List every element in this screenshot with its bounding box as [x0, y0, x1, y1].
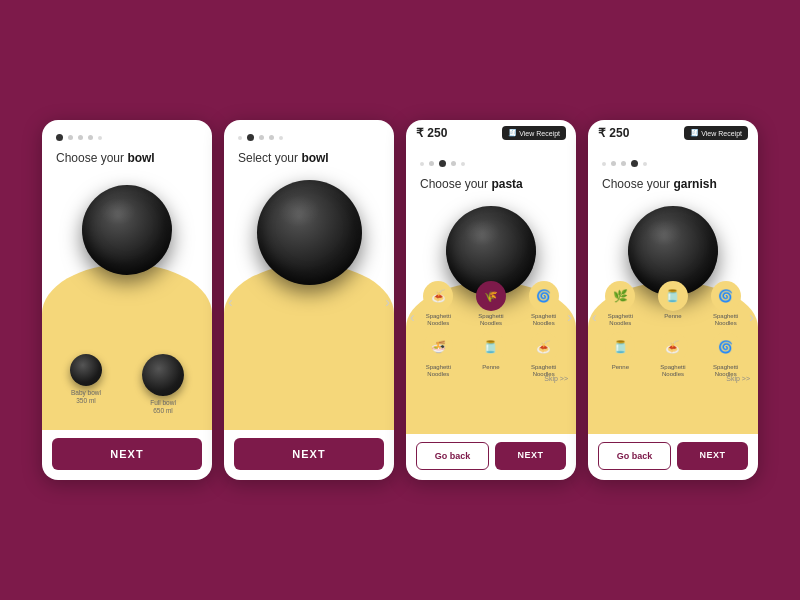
- bowl-circle-1: [82, 185, 172, 275]
- pasta-icon-3: 🌀: [529, 281, 559, 311]
- go-back-button-3[interactable]: Go back: [416, 442, 489, 470]
- screen-4: ₹ 250 🧾 View Receipt Choose your garnish…: [588, 120, 758, 480]
- garnish-label-3: SpaghettiNoodles: [713, 313, 738, 327]
- view-receipt-btn-4[interactable]: 🧾 View Receipt: [684, 126, 748, 140]
- full-bowl-label: Full bowl650 ml: [150, 399, 176, 415]
- garnish-icon-6: 🌀: [711, 332, 741, 362]
- garnish-item-2[interactable]: 🫙 Penne: [654, 281, 692, 327]
- pasta-label-3: SpaghettiNoodles: [531, 313, 556, 327]
- bowl-circle-2: [257, 180, 362, 285]
- garnish-item-4[interactable]: 🫙 Penne: [601, 332, 639, 378]
- garnish-row-2: 🫙 Penne 🍝 SpaghettiNoodles 🌀 SpaghettiNo…: [594, 332, 752, 378]
- pasta-row-2: 🍜 SpaghettiNoodles 🫙 Penne 🍝 SpaghettiNo…: [412, 332, 570, 378]
- pasta-icon-6: 🍝: [529, 332, 559, 362]
- button-row-3: Go back NEXT: [416, 442, 566, 470]
- bowl-area-4: ‹ › 🌿 SpaghettiNoodles 🫙 Penne 🌀 Spaghet: [588, 201, 758, 434]
- dot-5: [279, 136, 283, 140]
- pasta-grid-3: 🍝 SpaghettiNoodles 🌾 SpaghettiNoodles 🌀 …: [406, 281, 576, 382]
- left-arrow-3[interactable]: ‹: [410, 309, 415, 325]
- garnish-item-6[interactable]: 🌀 SpaghettiNoodles: [707, 332, 745, 378]
- pasta-item-3[interactable]: 🌀 SpaghettiNoodles: [525, 281, 563, 327]
- dot-5: [461, 162, 465, 166]
- garnish-grid-4: 🌿 SpaghettiNoodles 🫙 Penne 🌀 SpaghettiNo…: [588, 281, 758, 382]
- skip-link-4[interactable]: Skip >>: [726, 375, 750, 382]
- full-bowl-icon: [142, 354, 184, 396]
- dot-4: [269, 135, 274, 140]
- dot-5: [98, 136, 102, 140]
- pasta-icon-4: 🍜: [423, 332, 453, 362]
- next-button-2[interactable]: NEXT: [234, 438, 384, 470]
- garnish-label-1: SpaghettiNoodles: [608, 313, 633, 327]
- garnish-item-1[interactable]: 🌿 SpaghettiNoodles: [601, 281, 639, 327]
- button-row-4: Go back NEXT: [598, 442, 748, 470]
- dot-5: [643, 162, 647, 166]
- pasta-item-1[interactable]: 🍝 SpaghettiNoodles: [419, 281, 457, 327]
- garnish-label-5: SpaghettiNoodles: [660, 364, 685, 378]
- dot-1: [420, 162, 424, 166]
- left-arrow-4[interactable]: ‹: [592, 309, 597, 325]
- pasta-label-5: Penne: [482, 364, 499, 371]
- screen-1: Choose your bowl Baby bowl350 ml Full bo…: [42, 120, 212, 480]
- garnish-item-3[interactable]: 🌀 SpaghettiNoodles: [707, 281, 745, 327]
- dot-1: [56, 134, 63, 141]
- dot-2: [68, 135, 73, 140]
- baby-bowl-label: Baby bowl350 ml: [71, 389, 101, 405]
- screen-3-title-bold: pasta: [491, 177, 522, 191]
- go-back-button-4[interactable]: Go back: [598, 442, 671, 470]
- pasta-icon-2: 🌾: [476, 281, 506, 311]
- screen-3-title: Choose your pasta: [406, 173, 576, 201]
- right-arrow-4[interactable]: ›: [749, 309, 754, 325]
- full-bowl-option[interactable]: Full bowl650 ml: [142, 354, 184, 415]
- view-receipt-btn-3[interactable]: 🧾 View Receipt: [502, 126, 566, 140]
- bowl-options-1: Baby bowl350 ml Full bowl650 ml: [42, 354, 212, 415]
- receipt-label-3: View Receipt: [519, 130, 560, 137]
- pasta-label-4: SpaghettiNoodles: [426, 364, 451, 378]
- right-arrow-3[interactable]: ›: [567, 309, 572, 325]
- price-header-3: ₹ 250 🧾 View Receipt: [406, 120, 576, 146]
- garnish-icon-2: 🫙: [658, 281, 688, 311]
- pasta-row-1: 🍝 SpaghettiNoodles 🌾 SpaghettiNoodles 🌀 …: [412, 281, 570, 327]
- screen-2-title-bold: bowl: [301, 151, 328, 165]
- pasta-item-4[interactable]: 🍜 SpaghettiNoodles: [419, 332, 457, 378]
- garnish-icon-5: 🍝: [658, 332, 688, 362]
- progress-dots-2: [224, 120, 394, 147]
- garnish-icon-3: 🌀: [711, 281, 741, 311]
- dot-4: [631, 160, 638, 167]
- garnish-item-5[interactable]: 🍝 SpaghettiNoodles: [654, 332, 692, 378]
- pasta-item-6[interactable]: 🍝 SpaghettiNoodles: [525, 332, 563, 378]
- left-arrow-2[interactable]: ‹: [228, 294, 233, 310]
- price-3: ₹ 250: [416, 126, 447, 140]
- screen-4-title-bold: garnish: [673, 177, 716, 191]
- receipt-icon-3: 🧾: [508, 129, 517, 137]
- dot-2: [611, 161, 616, 166]
- screen-1-title-bold: bowl: [127, 151, 154, 165]
- garnish-label-2: Penne: [664, 313, 681, 320]
- progress-dots-4: [588, 146, 758, 173]
- dot-3: [621, 161, 626, 166]
- garnish-row-1: 🌿 SpaghettiNoodles 🫙 Penne 🌀 SpaghettiNo…: [594, 281, 752, 327]
- right-arrow-2[interactable]: ›: [385, 294, 390, 310]
- pasta-label-2: SpaghettiNoodles: [478, 313, 503, 327]
- skip-link-3[interactable]: Skip >>: [544, 375, 568, 382]
- screen-3: ₹ 250 🧾 View Receipt Choose your pasta ‹…: [406, 120, 576, 480]
- garnish-icon-1: 🌿: [605, 281, 635, 311]
- bowl-area-2: ‹ ›: [224, 175, 394, 430]
- garnish-label-4: Penne: [612, 364, 629, 371]
- bowl-area-3: ‹ › 🍝 SpaghettiNoodles 🌾 SpaghettiNoodle…: [406, 201, 576, 434]
- pasta-item-2[interactable]: 🌾 SpaghettiNoodles: [472, 281, 510, 327]
- price-header-4: ₹ 250 🧾 View Receipt: [588, 120, 758, 146]
- dot-2: [429, 161, 434, 166]
- next-button-3[interactable]: NEXT: [495, 442, 566, 470]
- dot-3: [78, 135, 83, 140]
- garnish-icon-4: 🫙: [605, 332, 635, 362]
- dot-2: [247, 134, 254, 141]
- dot-4: [451, 161, 456, 166]
- pasta-item-5[interactable]: 🫙 Penne: [472, 332, 510, 378]
- next-button-4[interactable]: NEXT: [677, 442, 748, 470]
- pasta-icon-5: 🫙: [476, 332, 506, 362]
- baby-bowl-option[interactable]: Baby bowl350 ml: [70, 354, 102, 415]
- next-button-1[interactable]: NEXT: [52, 438, 202, 470]
- receipt-icon-4: 🧾: [690, 129, 699, 137]
- price-4: ₹ 250: [598, 126, 629, 140]
- main-bowl-1: [82, 185, 172, 275]
